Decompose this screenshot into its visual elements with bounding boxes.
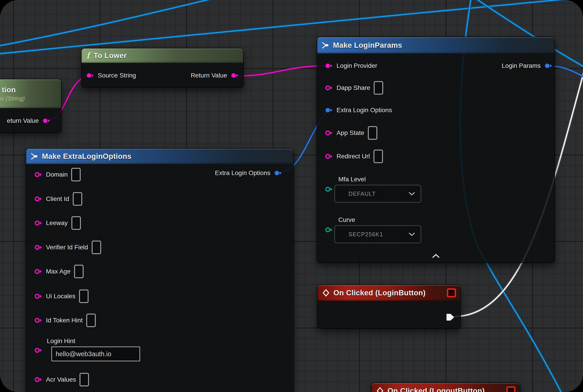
max-age-checkbox[interactable]: [74, 265, 84, 278]
curve-label: Curve: [338, 216, 355, 224]
delegate-output-pin[interactable]: [447, 288, 456, 298]
ui-locales-pin[interactable]: [34, 292, 42, 300]
pin-icon: [34, 346, 42, 354]
pin-icon: [274, 169, 282, 177]
login-params-output-pin[interactable]: [544, 62, 552, 70]
app-state-label: App State: [336, 129, 364, 136]
delegate-output-pin[interactable]: [506, 386, 516, 392]
node-partial-function[interactable]: tion ox (String) eturn Value: [0, 79, 62, 133]
return-value-pin[interactable]: [42, 117, 50, 124]
login-hint-label: Login Hint: [47, 338, 75, 345]
pin-icon: [34, 292, 42, 300]
node-title: To Lower: [94, 51, 126, 60]
pin-icon: [34, 195, 42, 203]
chevron-up-icon: [432, 254, 440, 258]
collapse-node-button[interactable]: [432, 254, 440, 259]
node-make-extra-login-options[interactable]: Make ExtraLoginOptions Extra Login Optio…: [26, 148, 294, 392]
id-token-hint-pin[interactable]: [34, 316, 42, 324]
max-age-pin[interactable]: [34, 268, 42, 275]
redirect-url-pin[interactable]: [325, 152, 333, 160]
login-hint-value: hello@web3auth.io: [56, 350, 111, 358]
pin-icon: [325, 62, 333, 70]
verifier-id-field-label: Verifier Id Field: [46, 244, 88, 251]
blueprint-canvas[interactable]: tion ox (String) eturn Value f To Lower …: [0, 0, 583, 392]
make-struct-icon: [31, 153, 38, 160]
verifier-id-field-checkbox[interactable]: [92, 240, 101, 254]
make-struct-icon: [322, 42, 329, 49]
dapp-share-pin[interactable]: [325, 84, 333, 92]
login-hint-pin[interactable]: [34, 346, 42, 354]
return-value-label: Return Value: [191, 72, 227, 79]
mfa-level-dropdown[interactable]: DEFAULT: [334, 185, 421, 203]
mfa-level-value: DEFAULT: [348, 190, 376, 197]
leeway-label: Leeway: [46, 220, 68, 227]
return-value-label: eturn Value: [7, 117, 39, 124]
verifier-id-field-pin[interactable]: [34, 244, 42, 251]
dapp-share-checkbox[interactable]: [374, 81, 383, 94]
ui-locales-checkbox[interactable]: [79, 290, 88, 303]
pin-icon: [231, 72, 239, 79]
blueprint-editor: tion ox (String) eturn Value f To Lower …: [0, 0, 583, 392]
extra-login-options-input-pin[interactable]: [325, 106, 333, 114]
mfa-level-pin[interactable]: [325, 186, 333, 193]
function-icon: f: [86, 51, 90, 60]
max-age-label: Max Age: [46, 268, 70, 275]
login-provider-pin[interactable]: [325, 62, 333, 70]
extra-login-options-input-label: Extra Login Options: [336, 106, 392, 114]
ui-locales-label: Ui Locales: [46, 293, 76, 300]
domain-label: Domain: [46, 171, 68, 178]
chevron-down-icon: [409, 192, 415, 195]
acr-values-label: Acr Values: [46, 376, 76, 383]
curve-value: SECP256K1: [348, 231, 383, 238]
leeway-pin[interactable]: [34, 219, 42, 227]
client-id-label: Client Id: [46, 195, 69, 202]
node-title: On Clicked (LoginButton): [334, 288, 426, 297]
pin-icon: [325, 106, 333, 114]
redirect-url-label: Redirect Url: [336, 153, 370, 160]
node-subtitle-fragment: ox (String): [0, 95, 25, 102]
node-make-login-params[interactable]: Make LoginParams Login Provider Login Pa…: [317, 37, 555, 263]
curve-pin[interactable]: [325, 226, 333, 234]
client-id-checkbox[interactable]: [73, 192, 82, 206]
curve-dropdown[interactable]: SECP256K1: [334, 225, 421, 243]
node-title-fragment: tion: [2, 86, 16, 94]
pin-icon: [325, 84, 333, 92]
app-state-pin[interactable]: [325, 129, 333, 137]
return-value-pin[interactable]: [231, 72, 239, 79]
node-title: Make LoginParams: [333, 41, 402, 50]
node-to-lower[interactable]: f To Lower Source String Return Value: [81, 48, 244, 88]
mfa-level-label: Mfa Level: [338, 176, 366, 183]
exec-output-pin[interactable]: [446, 313, 454, 322]
node-title: Make ExtraLoginOptions: [42, 152, 132, 161]
source-string-pin[interactable]: [86, 72, 94, 79]
acr-values-pin[interactable]: [34, 376, 42, 384]
event-diamond-icon: [322, 289, 330, 297]
source-string-label: Source String: [98, 72, 136, 79]
pin-icon: [325, 186, 333, 193]
pin-icon: [325, 226, 333, 234]
app-state-checkbox[interactable]: [368, 126, 377, 140]
dapp-share-label: Dapp Share: [336, 84, 370, 92]
node-on-clicked-logout-button[interactable]: On Clicked (LogoutButton): [371, 382, 520, 392]
pin-icon: [34, 268, 42, 275]
node-on-clicked-login-button[interactable]: On Clicked (LoginButton): [317, 284, 461, 329]
domain-checkbox[interactable]: [71, 168, 81, 181]
pin-icon: [34, 376, 42, 384]
login-provider-label: Login Provider: [336, 62, 377, 70]
pin-icon: [325, 152, 333, 160]
redirect-url-checkbox[interactable]: [374, 150, 383, 163]
client-id-pin[interactable]: [34, 195, 42, 203]
extra-login-options-output-label: Extra Login Options: [215, 170, 270, 177]
chevron-down-icon: [409, 233, 415, 236]
pin-icon: [325, 129, 333, 137]
pin-icon: [34, 244, 42, 251]
id-token-hint-checkbox[interactable]: [86, 314, 96, 327]
extra-login-options-output-pin[interactable]: [274, 169, 282, 177]
pin-icon: [86, 72, 94, 79]
login-hint-input[interactable]: hello@web3auth.io: [51, 346, 140, 361]
login-params-output-label: Login Params: [502, 62, 541, 70]
domain-pin[interactable]: [34, 171, 42, 178]
acr-values-checkbox[interactable]: [80, 373, 89, 386]
leeway-checkbox[interactable]: [72, 216, 81, 230]
pin-icon: [42, 117, 50, 124]
